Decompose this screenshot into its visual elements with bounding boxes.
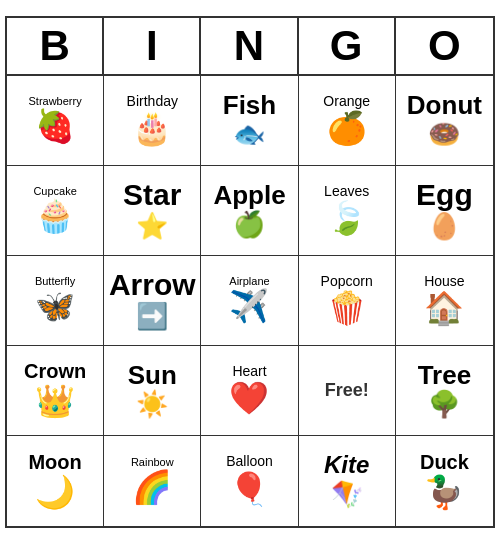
- cell-label: Leaves: [324, 184, 369, 199]
- cell-emoji: ☀️: [136, 389, 168, 420]
- header-letter: B: [7, 18, 104, 74]
- grid-cell: Cupcake 🧁: [7, 166, 104, 256]
- grid-cell: Airplane ✈️: [201, 256, 298, 346]
- kite-label: Kite: [324, 451, 369, 479]
- cell-label: Popcorn: [321, 274, 373, 289]
- cell-label: Duck: [420, 451, 469, 473]
- cell-emoji: 🧁: [35, 197, 75, 235]
- cell-label: Egg: [416, 178, 473, 211]
- cell-emoji: ⭐: [136, 211, 168, 242]
- cell-label: Crown: [24, 360, 86, 382]
- cell-label: Heart: [232, 364, 266, 379]
- grid-cell: House 🏠: [396, 256, 493, 346]
- grid-cell: Popcorn 🍿: [299, 256, 396, 346]
- cell-emoji: 🦆: [424, 473, 464, 511]
- cell-emoji: 🍃: [327, 199, 367, 237]
- cell-emoji: 🍊: [327, 109, 367, 147]
- grid-cell: Butterfly 🦋: [7, 256, 104, 346]
- cell-label: Butterfly: [35, 275, 75, 287]
- cell-emoji: 🌈: [132, 468, 172, 506]
- grid-cell: Heart ❤️: [201, 346, 298, 436]
- grid-cell: Donut 🍩: [396, 76, 493, 166]
- bingo-header: BINGO: [7, 18, 493, 76]
- cell-emoji: 👑: [35, 382, 75, 420]
- grid-cell: Sun ☀️: [104, 346, 201, 436]
- cell-emoji: ➡️: [136, 301, 168, 332]
- cell-emoji: 🌳: [428, 389, 460, 420]
- cell-label: Moon: [28, 451, 81, 473]
- header-letter: G: [299, 18, 396, 74]
- kite-emoji: 🪁: [331, 479, 363, 510]
- grid-cell: Tree 🌳: [396, 346, 493, 436]
- cell-label: Donut: [407, 91, 482, 120]
- cell-label: Strawberry: [29, 95, 82, 107]
- cell-label: House: [424, 274, 464, 289]
- grid-cell: Balloon 🎈: [201, 436, 298, 526]
- grid-cell: Moon 🌙: [7, 436, 104, 526]
- cell-label: Birthday: [127, 94, 178, 109]
- cell-label: Airplane: [229, 275, 269, 287]
- grid-cell: Fish 🐟: [201, 76, 298, 166]
- cell-label: Orange: [323, 94, 370, 109]
- grid-cell: Duck 🦆: [396, 436, 493, 526]
- cell-label: Rainbow: [131, 456, 174, 468]
- grid-cell: Orange 🍊: [299, 76, 396, 166]
- cell-emoji: 🐟: [233, 119, 265, 150]
- cell-emoji: 🎈: [229, 470, 269, 508]
- cell-emoji: 🍓: [35, 107, 75, 145]
- grid-cell: Rainbow 🌈: [104, 436, 201, 526]
- cell-label: Apple: [213, 181, 285, 210]
- grid-cell: Arrow ➡️: [104, 256, 201, 346]
- grid-cell: Kite 🪁: [299, 436, 396, 526]
- free-label: Free!: [325, 380, 369, 401]
- cell-emoji: 🥚: [428, 211, 460, 242]
- grid-cell: Crown 👑: [7, 346, 104, 436]
- cell-emoji: ✈️: [229, 287, 269, 325]
- cell-emoji: 🦋: [35, 287, 75, 325]
- cell-label: Arrow: [109, 268, 196, 301]
- grid-cell: Birthday 🎂: [104, 76, 201, 166]
- cell-label: Fish: [223, 91, 276, 120]
- cell-emoji: 🏠: [424, 289, 464, 327]
- cell-emoji: 🍏: [233, 209, 265, 240]
- cell-emoji: 🍩: [428, 119, 460, 150]
- cell-emoji: ❤️: [229, 379, 269, 417]
- cell-label: Balloon: [226, 454, 273, 469]
- grid-cell: Apple 🍏: [201, 166, 298, 256]
- cell-label: Sun: [128, 361, 177, 390]
- header-letter: I: [104, 18, 201, 74]
- header-letter: O: [396, 18, 493, 74]
- cell-emoji: 🌙: [35, 473, 75, 511]
- grid-cell: Free!: [299, 346, 396, 436]
- grid-cell: Leaves 🍃: [299, 166, 396, 256]
- grid-cell: Strawberry 🍓: [7, 76, 104, 166]
- cell-label: Star: [123, 178, 181, 211]
- bingo-card: BINGO Strawberry 🍓 Birthday 🎂 Fish 🐟 Ora…: [5, 16, 495, 528]
- header-letter: N: [201, 18, 298, 74]
- cell-emoji: 🎂: [132, 109, 172, 147]
- grid-cell: Star ⭐: [104, 166, 201, 256]
- cell-emoji: 🍿: [327, 289, 367, 327]
- cell-label: Tree: [418, 361, 472, 390]
- grid-cell: Egg 🥚: [396, 166, 493, 256]
- cell-label: Cupcake: [33, 185, 76, 197]
- bingo-grid: Strawberry 🍓 Birthday 🎂 Fish 🐟 Orange 🍊 …: [7, 76, 493, 526]
